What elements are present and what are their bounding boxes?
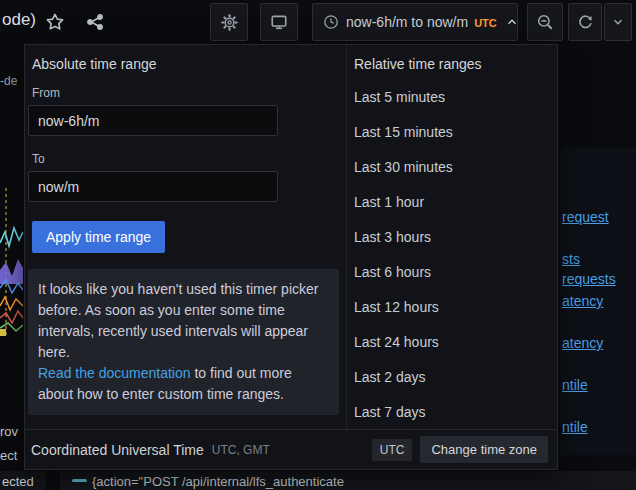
star-icon[interactable] [45,12,65,32]
utc-badge: UTC [372,439,413,461]
bg-metric-link[interactable]: atency [562,335,603,351]
page-title-fragment: ode) [2,10,36,30]
relative-range-option[interactable]: Last 24 hours [347,324,557,359]
absolute-pane-heading: Absolute time range [32,56,157,72]
timezone-detail: UTC, GMT [212,443,270,457]
refresh-icon [577,14,594,31]
relative-time-ranges-pane: Relative time ranges Last 5 minutes Last… [346,45,557,430]
time-picker-dropdown: Absolute time range From To Apply time r… [24,44,558,470]
relative-range-option[interactable]: Last 3 hours [347,219,557,254]
bg-chart-fragment [0,188,23,336]
chevron-up-icon [505,15,519,29]
gear-icon [221,14,238,31]
series-legend-text[interactable]: {action="POST /api/internal/lfs_authenti… [92,474,345,489]
bg-legend-label-fragment: ected [2,474,34,489]
chevron-down-icon [611,15,625,29]
time-range-picker-button[interactable]: now-6h/m to now/m UTC [312,3,518,41]
bg-metric-link[interactable]: ntile [562,419,588,435]
timezone-indicator: UTC [474,17,497,29]
bg-metric-link[interactable]: ntile [562,377,588,393]
relative-range-option[interactable]: Last 6 hours [347,254,557,289]
time-range-label: now-6h/m to now/m [346,14,468,30]
bg-metric-link[interactable]: sts [562,251,580,267]
zoom-out-button[interactable] [527,3,563,41]
absolute-time-range-pane: Absolute time range From To Apply time r… [25,45,346,430]
relative-range-option[interactable]: Last 30 minutes [347,149,557,184]
timezone-footer: Coordinated Universal Time UTC, GMT UTC … [25,429,557,469]
bg-text-fragment: -de [0,74,17,88]
refresh-button[interactable] [568,3,602,41]
clock-icon [323,14,339,30]
change-time-zone-button[interactable]: Change time zone [420,436,548,463]
relative-pane-heading: Relative time ranges [354,56,482,72]
relative-range-list: Last 5 minutes Last 15 minutes Last 30 m… [347,79,557,429]
bg-metric-link[interactable]: request [562,209,609,225]
divider [46,471,60,490]
relative-range-option[interactable]: Last 7 days [347,394,557,429]
bg-metric-link[interactable]: requests [562,271,616,287]
bg-legend-row: ected {action="POST /api/internal/lfs_au… [0,471,636,490]
relative-range-option[interactable]: Last 15 minutes [347,114,557,149]
from-input[interactable] [28,105,278,136]
to-label: To [32,152,45,166]
relative-range-option[interactable]: Last 2 days [347,359,557,394]
dashboard-toolbar: ode) [0,0,636,44]
relative-range-option[interactable]: Last 12 hours [347,289,557,324]
apply-time-range-button[interactable]: Apply time range [32,221,165,253]
share-icon[interactable] [85,12,105,32]
tv-icon [270,13,288,31]
relative-range-option[interactable]: Last 1 hour [347,184,557,219]
info-text: It looks like you haven't used this time… [38,281,318,360]
settings-button[interactable] [210,3,248,41]
grafana-page: -de rov ect request sts requests atency … [0,0,636,490]
from-label: From [32,86,60,100]
recent-ranges-info-box: It looks like you haven't used this time… [28,269,339,415]
series-color-dash [72,479,87,482]
timezone-name: Coordinated Universal Time [31,442,204,458]
relative-range-option[interactable]: Last 5 minutes [347,79,557,114]
bg-text-fragment: ect [0,448,17,463]
tv-mode-button[interactable] [260,3,298,41]
zoom-out-icon [536,13,554,31]
bg-metric-link[interactable]: atency [562,293,603,309]
to-input[interactable] [28,171,278,202]
bg-text-fragment: rov [0,424,18,439]
refresh-interval-dropdown-button[interactable] [604,3,632,41]
read-documentation-link[interactable]: Read the documentation [38,365,191,381]
